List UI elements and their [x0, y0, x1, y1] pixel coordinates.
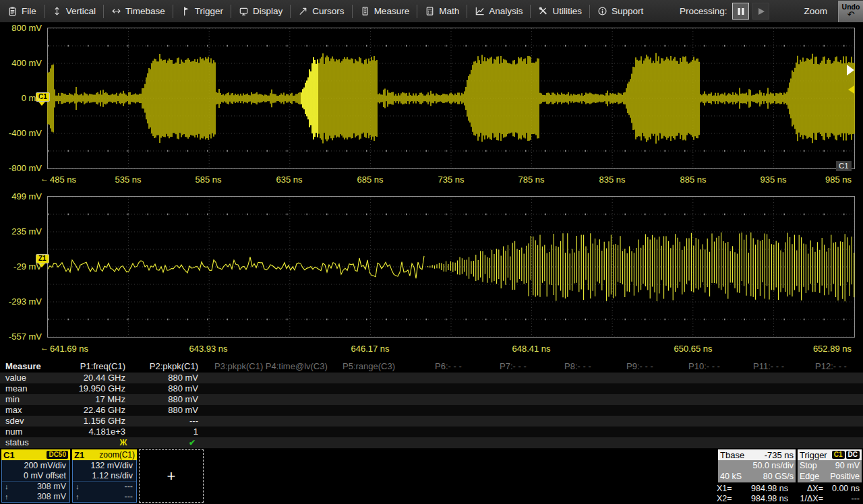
c1-descriptor-box[interactable]: C1 DC50 200 mV/div 0 mV offset ↓ 308 mV … — [1, 449, 70, 503]
undo-button[interactable]: Undo ↶ — [838, 1, 863, 22]
plus-icon: + — [167, 468, 176, 485]
cursor-arrow-icon — [298, 6, 308, 16]
x2-label: X2= — [717, 494, 740, 504]
grid2-y-label: -557 mV — [0, 332, 42, 342]
trigger-box[interactable]: Trigger C1 DC Stop 90 mV Edge Positive — [798, 449, 862, 482]
c1-coupling-badge: DC50 — [47, 451, 68, 459]
trigger-mode: Stop — [800, 460, 817, 471]
measure-column-header[interactable]: P9:- - - — [626, 361, 653, 372]
grid1-y-label: 800 mV — [0, 24, 42, 33]
timebase-title: Tbase — [720, 450, 744, 460]
calculator-icon — [425, 6, 435, 16]
grid2-x-label: 646.17 ns — [340, 344, 400, 354]
z1-max-value: --- — [125, 492, 133, 502]
grid1-x-label: 585 ns — [178, 175, 239, 185]
analysis-chart-icon — [475, 6, 485, 16]
menu-item-timebase[interactable]: Timebase — [104, 0, 173, 22]
z1-label: Z1 — [74, 450, 84, 460]
timebase-header: Tbase -735 ns — [718, 449, 796, 460]
trigger-position-offscreen-arrow[interactable] — [847, 65, 854, 75]
c1-offset: 0 mV offset — [2, 471, 69, 481]
menu-item-label: Cursors — [312, 6, 344, 16]
inv-dx-label: 1/ΔX= — [788, 494, 826, 504]
menu-item-label: Analysis — [489, 6, 523, 16]
grid1-x-label: 685 ns — [340, 175, 400, 185]
measure-header-row: MeasureP1:freq(C1)P2:pkpk(C1)P3:pkpk(C1)… — [0, 361, 863, 372]
scroll-left-arrow-icon[interactable]: ← — [40, 344, 49, 352]
measure-column-header[interactable]: P3:pkpk(C1) P4:time@lv(C3) — [214, 361, 328, 372]
support-info-icon — [597, 6, 607, 16]
menu-item-display[interactable]: Display — [231, 0, 290, 22]
grid1-y-label: 400 mV — [0, 59, 42, 68]
grid2-y-label: -293 mV — [0, 297, 42, 307]
menu-item-support[interactable]: Support — [590, 0, 651, 22]
z1-min-value: --- — [125, 482, 133, 492]
menu-item-analysis[interactable]: Analysis — [467, 0, 530, 22]
timebase-samples: 40 kS — [720, 471, 742, 482]
measure-row-label: min — [5, 394, 20, 405]
measure-p2-value: 880 mV — [104, 405, 198, 416]
grid1-x-label: 535 ns — [98, 175, 158, 185]
measure-p2-value: 880 mV — [104, 373, 198, 383]
main-grid[interactable] — [47, 27, 855, 170]
grid1-y-label: -800 mV — [0, 164, 42, 173]
measure-p2-value: 1 — [104, 427, 198, 437]
measure-column-header[interactable]: P7:- - - — [500, 361, 527, 372]
measure-row-label: mean — [5, 383, 28, 394]
x2-value: 984.98 ns — [740, 494, 788, 504]
timebase-box[interactable]: Tbase -735 ns 50.0 ns/div 40 kS 80 GS/s — [718, 449, 796, 482]
p2-status-ok-icon: ✔ — [183, 437, 201, 448]
measure-icon — [360, 6, 370, 16]
menu-item-label: Utilities — [552, 6, 582, 16]
menu-item-math[interactable]: Math — [417, 0, 467, 22]
timebase-arrows-icon — [111, 6, 121, 16]
measure-row-status: statusЖ✔ — [0, 437, 863, 448]
z1-descriptor-box[interactable]: Z1 zoom(C1) 132 mV/div 1.12 ns/div ↓ ---… — [72, 449, 137, 503]
menu-right-controls: Processing: Zoom Undo ↶ — [680, 0, 863, 22]
measure-column-header[interactable]: P8:- - - — [564, 361, 591, 372]
measure-row-label: status — [5, 437, 29, 448]
pause-button[interactable] — [732, 3, 749, 20]
c1-max-value: 308 mV — [37, 492, 66, 502]
measure-row-label: sdev — [5, 416, 24, 427]
vertical-arrows-icon — [52, 6, 62, 16]
measure-column-header[interactable]: P2:pkpk(C1) — [104, 361, 198, 372]
dx-value: 0.00 ns — [826, 484, 860, 494]
measure-column-header[interactable]: P10:- - - — [688, 361, 720, 372]
menu-item-label: Measure — [374, 6, 410, 16]
z1-vscale: 132 mV/div — [73, 461, 136, 471]
trigger-level-arrow[interactable] — [848, 86, 854, 94]
grid1-y-label: 0 mV — [0, 94, 42, 103]
measure-column-header[interactable]: P5:range(C3) — [343, 361, 395, 372]
add-trace-tile[interactable]: + — [139, 449, 204, 503]
menu-item-vertical[interactable]: Vertical — [44, 0, 103, 22]
menu-item-utilities[interactable]: Utilities — [531, 0, 589, 22]
grid2-x-label: 652.89 ns — [791, 344, 852, 354]
menu-item-measure[interactable]: Measure — [353, 0, 417, 22]
menu-item-trigger[interactable]: Trigger — [173, 0, 231, 22]
menu-item-file[interactable]: File — [0, 0, 44, 22]
menu-item-label: Timebase — [125, 6, 165, 16]
measure-row-label: value — [5, 373, 26, 383]
grid2-x-label: 643.93 ns — [178, 344, 239, 354]
inv-dx-value: --- — [826, 494, 860, 504]
p1-status-warning-icon: Ж — [115, 437, 132, 448]
trigger-slope: Positive — [830, 471, 860, 482]
c1-descriptor-header: C1 DC50 — [1, 449, 70, 460]
z1-descriptor-body: 132 mV/div 1.12 ns/div ↓ --- ↑ --- — [72, 460, 137, 503]
trigger-source-badge: C1 — [832, 451, 845, 459]
scroll-left-arrow-icon[interactable]: ← — [40, 175, 49, 183]
utilities-icon — [538, 6, 548, 16]
play-icon — [757, 7, 765, 15]
grid1-x-label: 985 ns — [791, 175, 852, 185]
grid2-y-label: -29 mV — [0, 262, 42, 272]
zoom-grid[interactable] — [47, 195, 855, 339]
measure-column-header[interactable]: P11:- - - — [753, 361, 784, 372]
zoom-label[interactable]: Zoom — [804, 6, 827, 16]
play-button[interactable] — [752, 3, 769, 20]
measure-column-header[interactable]: P12:- - - — [815, 361, 847, 372]
menu-item-cursors[interactable]: Cursors — [291, 0, 351, 22]
dx-label: ΔX= — [788, 484, 826, 494]
trigger-body: Stop 90 mV Edge Positive — [798, 460, 862, 482]
measure-column-header[interactable]: P6:- - - — [435, 361, 462, 372]
